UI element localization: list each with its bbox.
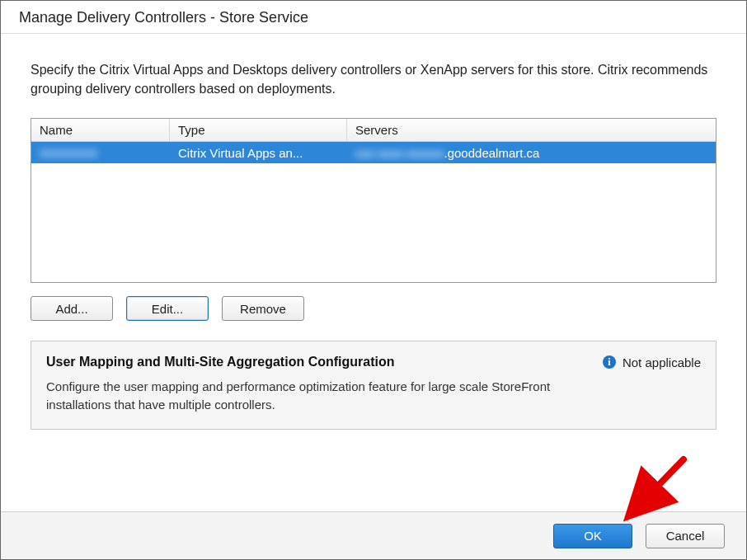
redacted-text: xxx-xxxx-xxxxxx <box>355 146 444 160</box>
panel-status: i Not applicable <box>603 355 701 369</box>
intro-text: Specify the Citrix Virtual Apps and Desk… <box>31 60 716 98</box>
cell-name: XXXXXXX <box>31 144 170 162</box>
aggregation-panel: User Mapping and Multi-Site Aggregation … <box>31 341 716 430</box>
table-row[interactable]: XXXXXXX Citrix Virtual Apps an... xxx-xx… <box>31 142 716 163</box>
servers-suffix: .gooddealmart.ca <box>444 146 540 160</box>
table-buttons: Add... Edit... Remove <box>31 296 716 321</box>
dialog-content: Specify the Citrix Virtual Apps and Desk… <box>1 34 746 511</box>
controllers-table[interactable]: Name Type Servers XXXXXXX Citrix Virtual… <box>31 118 716 283</box>
add-button[interactable]: Add... <box>31 296 113 321</box>
cell-servers: xxx-xxxx-xxxxxx.gooddealmart.ca <box>347 144 716 162</box>
edit-button[interactable]: Edit... <box>126 296 209 321</box>
col-header-name[interactable]: Name <box>31 119 170 141</box>
ok-button[interactable]: OK <box>553 524 632 548</box>
col-header-type[interactable]: Type <box>170 119 347 141</box>
redacted-text: XXXXXXX <box>40 146 97 160</box>
panel-status-text: Not applicable <box>622 355 701 369</box>
dialog-footer: OK Cancel <box>1 511 746 559</box>
table-body: XXXXXXX Citrix Virtual Apps an... xxx-xx… <box>31 142 716 282</box>
col-header-servers[interactable]: Servers <box>347 119 716 141</box>
dialog-window: Manage Delivery Controllers - Store Serv… <box>0 0 747 560</box>
cell-type: Citrix Virtual Apps an... <box>170 144 347 162</box>
panel-title: User Mapping and Multi-Site Aggregation … <box>46 355 395 369</box>
info-icon: i <box>603 355 616 369</box>
cancel-button[interactable]: Cancel <box>646 524 725 548</box>
table-header: Name Type Servers <box>31 119 716 142</box>
panel-description: Configure the user mapping and performan… <box>46 378 557 414</box>
panel-header: User Mapping and Multi-Site Aggregation … <box>46 355 701 369</box>
remove-button[interactable]: Remove <box>222 296 304 321</box>
dialog-title: Manage Delivery Controllers - Store Serv… <box>1 1 746 34</box>
